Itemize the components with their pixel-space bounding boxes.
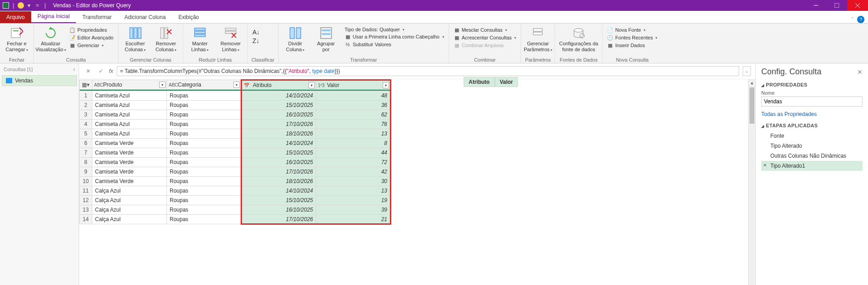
row-number[interactable]: 3 bbox=[80, 110, 92, 120]
properties-button[interactable]: 📋Propriedades bbox=[68, 26, 114, 34]
datasource-settings-button[interactable]: Configurações da fonte de dados bbox=[559, 24, 598, 53]
sort-desc-button[interactable]: Z↓ bbox=[251, 37, 261, 45]
column-header-categoria[interactable]: ABCCategoria▾ bbox=[167, 80, 242, 90]
cell-produto[interactable]: Calça Azul bbox=[92, 215, 167, 224]
data-grid[interactable]: ▦▾ ABCProduto▾ ABCCategoria▾ 📅Atributo▾ … bbox=[79, 79, 748, 285]
row-number[interactable]: 12 bbox=[80, 196, 92, 205]
replace-values-button[interactable]: ½Substituir Valores bbox=[344, 41, 445, 48]
cell-atributo[interactable]: 18/10/2026 bbox=[242, 177, 316, 186]
cell-produto[interactable]: Camiseta Verde bbox=[92, 148, 167, 158]
cell-valor[interactable]: 44 bbox=[316, 148, 391, 158]
row-number[interactable]: 4 bbox=[80, 120, 92, 129]
cell-categoria[interactable]: Roupas bbox=[167, 129, 242, 139]
cell-atributo[interactable]: 16/10/2025 bbox=[242, 110, 316, 120]
table-row[interactable]: 7Camiseta VerdeRoupas15/10/202544 bbox=[80, 148, 391, 158]
cell-categoria[interactable]: Roupas bbox=[167, 205, 242, 215]
cell-produto[interactable]: Camiseta Azul bbox=[92, 110, 167, 120]
filter-dropdown-icon[interactable]: ▾ bbox=[233, 82, 240, 88]
cell-valor[interactable]: 19 bbox=[316, 196, 391, 205]
cell-categoria[interactable]: Roupas bbox=[167, 120, 242, 129]
manage-params-button[interactable]: Gerenciar Parâmetros bbox=[525, 24, 551, 53]
row-number[interactable]: 2 bbox=[80, 101, 92, 110]
remove-columns-button[interactable]: Remover Colunas bbox=[153, 24, 179, 53]
cell-valor[interactable]: 72 bbox=[316, 158, 391, 167]
cell-categoria[interactable]: Roupas bbox=[167, 215, 242, 224]
applied-step[interactable]: Tipo Alterado bbox=[761, 141, 863, 151]
query-item-vendas[interactable]: Vendas bbox=[2, 75, 77, 86]
table-row[interactable]: 10Camiseta VerdeRoupas18/10/202630 bbox=[80, 177, 391, 186]
datatype-button[interactable]: Tipo de Dados: Qualquer bbox=[344, 26, 445, 33]
first-row-header-button[interactable]: ▦Usar a Primeira Linha como Cabeçalho bbox=[344, 33, 445, 40]
row-number[interactable]: 13 bbox=[80, 205, 92, 215]
cell-produto[interactable]: Calça Azul bbox=[92, 186, 167, 196]
cell-valor[interactable]: 30 bbox=[316, 177, 391, 186]
maximize-button[interactable] bbox=[826, 0, 847, 11]
cell-categoria[interactable]: Roupas bbox=[167, 139, 242, 148]
close-load-button[interactable]: Fechar e Carregar bbox=[4, 24, 30, 53]
cell-categoria[interactable]: Roupas bbox=[167, 148, 242, 158]
vertical-scrollbar[interactable]: ▲ bbox=[748, 79, 755, 285]
cell-atributo[interactable]: 17/10/2026 bbox=[242, 167, 316, 177]
close-button[interactable] bbox=[847, 0, 868, 11]
cell-categoria[interactable]: Roupas bbox=[167, 196, 242, 205]
cell-valor[interactable]: 76 bbox=[316, 120, 391, 129]
applied-step[interactable]: Outras Colunas Não Dinâmicas bbox=[761, 151, 863, 161]
row-number[interactable]: 8 bbox=[80, 158, 92, 167]
help-icon[interactable]: ? bbox=[857, 16, 864, 23]
filter-dropdown-icon[interactable]: ▾ bbox=[159, 82, 166, 88]
table-row[interactable]: 14Calça AzulRoupas17/10/202621 bbox=[80, 215, 391, 224]
cell-produto[interactable]: Camiseta Verde bbox=[92, 167, 167, 177]
cell-valor[interactable]: 62 bbox=[316, 110, 391, 120]
refresh-preview-button[interactable]: Atualizar Visualização bbox=[38, 24, 64, 53]
table-row[interactable]: 8Camiseta VerdeRoupas16/10/202572 bbox=[80, 158, 391, 167]
cell-produto[interactable]: Camiseta Azul bbox=[92, 101, 167, 110]
cell-atributo[interactable]: 14/10/2024 bbox=[242, 186, 316, 196]
row-number[interactable]: 11 bbox=[80, 186, 92, 196]
cell-atributo[interactable]: 17/10/2026 bbox=[242, 120, 316, 129]
cell-categoria[interactable]: Roupas bbox=[167, 177, 242, 186]
merge-queries-button[interactable]: ▦Mesclar Consultas bbox=[453, 26, 517, 34]
cell-valor[interactable]: 21 bbox=[316, 215, 391, 224]
advanced-editor-button[interactable]: 📝Editor Avançado bbox=[68, 34, 114, 41]
applied-step[interactable]: Tipo Alterado1 bbox=[761, 161, 863, 171]
row-number[interactable]: 1 bbox=[80, 91, 92, 101]
table-row[interactable]: 2Camiseta AzulRoupas15/10/202536 bbox=[80, 101, 391, 110]
combine-files-button[interactable]: ▦Combinar Arquivos bbox=[453, 42, 517, 49]
cell-atributo[interactable]: 17/10/2026 bbox=[242, 215, 316, 224]
cell-categoria[interactable]: Roupas bbox=[167, 158, 242, 167]
table-row[interactable]: 6Camiseta VerdeRoupas14/10/20248 bbox=[80, 139, 391, 148]
row-number[interactable]: 14 bbox=[80, 215, 92, 224]
tab-view[interactable]: Exibição bbox=[172, 11, 205, 23]
cell-atributo[interactable]: 18/10/2026 bbox=[242, 129, 316, 139]
cell-categoria[interactable]: Roupas bbox=[167, 167, 242, 177]
enter-data-button[interactable]: ▦Inserir Dados bbox=[606, 42, 658, 49]
row-number[interactable]: 5 bbox=[80, 129, 92, 139]
cell-produto[interactable]: Camiseta Verde bbox=[92, 158, 167, 167]
cell-atributo[interactable]: 15/10/2025 bbox=[242, 148, 316, 158]
tab-add-column[interactable]: Adicionar Coluna bbox=[118, 11, 172, 23]
filter-dropdown-icon[interactable]: ▾ bbox=[383, 82, 389, 88]
cell-categoria[interactable]: Roupas bbox=[167, 186, 242, 196]
table-row[interactable]: 9Camiseta VerdeRoupas17/10/202642 bbox=[80, 167, 391, 177]
table-row[interactable]: 4Camiseta AzulRoupas17/10/202676 bbox=[80, 120, 391, 129]
tab-home[interactable]: Página Inicial bbox=[31, 10, 76, 23]
remove-rows-button[interactable]: Remover Linhas bbox=[218, 24, 244, 53]
cell-atributo[interactable]: 14/10/2024 bbox=[242, 139, 316, 148]
scroll-thumb[interactable] bbox=[749, 87, 754, 124]
cell-atributo[interactable]: 15/10/2025 bbox=[242, 196, 316, 205]
applied-steps-title[interactable]: ETAPAS APLICADAS bbox=[761, 123, 863, 128]
cell-valor[interactable]: 39 bbox=[316, 205, 391, 215]
cell-produto[interactable]: Camiseta Azul bbox=[92, 91, 167, 101]
column-header-valor[interactable]: 1²3Valor▾ bbox=[316, 80, 391, 90]
corner-cell[interactable]: ▦▾ bbox=[80, 80, 92, 90]
cell-categoria[interactable]: Roupas bbox=[167, 91, 242, 101]
group-by-button[interactable]: Agrupar por bbox=[313, 24, 339, 53]
cell-atributo[interactable]: 14/10/2024 bbox=[242, 91, 316, 101]
split-column-button[interactable]: Dividir Coluna bbox=[282, 24, 308, 53]
formula-input[interactable]: = Table.TransformColumnTypes(#"Outras Co… bbox=[117, 66, 739, 76]
cell-produto[interactable]: Camiseta Azul bbox=[92, 129, 167, 139]
column-header-atributo[interactable]: 📅Atributo▾ bbox=[242, 80, 316, 90]
cancel-formula-button[interactable]: ✕ bbox=[84, 67, 93, 76]
table-row[interactable]: 1Camiseta AzulRoupas14/10/202448 bbox=[80, 91, 391, 101]
row-number[interactable]: 9 bbox=[80, 167, 92, 177]
